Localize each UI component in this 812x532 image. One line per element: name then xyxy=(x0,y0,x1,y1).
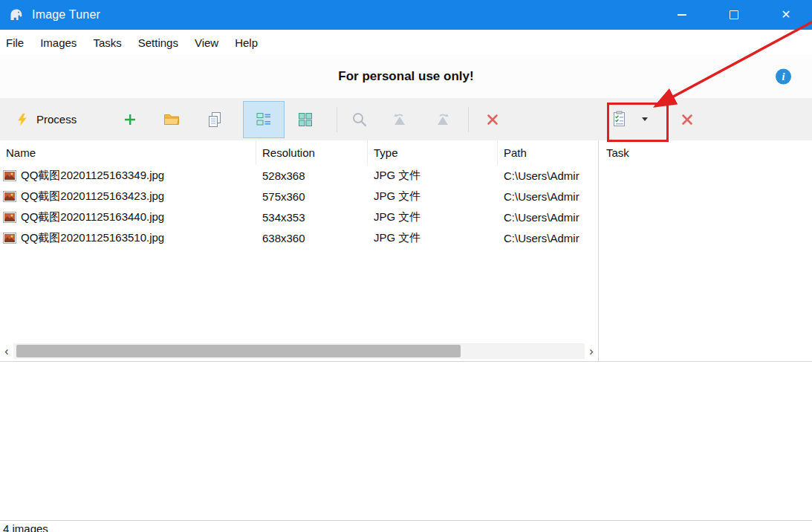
file-name-cell: QQ截图20201125163510.jpg xyxy=(0,231,256,245)
rotate-right-icon xyxy=(435,112,451,127)
menu-file[interactable]: File xyxy=(0,30,32,55)
app-elephant-icon xyxy=(7,6,25,24)
image-count-status: 4 images xyxy=(3,522,48,532)
file-row[interactable]: QQ截图20201125163440.jpg 534x353 JPG 文件 C:… xyxy=(0,207,598,227)
remove-task-button[interactable] xyxy=(671,103,704,137)
thumbnails-view-icon xyxy=(297,111,314,128)
preview-button[interactable] xyxy=(343,103,376,137)
file-name-cell: QQ截图20201125163440.jpg xyxy=(0,210,256,224)
minimize-button[interactable] xyxy=(656,0,708,30)
file-path: C:\Users\Admir xyxy=(498,190,598,203)
scrollbar-track[interactable] xyxy=(13,343,585,359)
menu-tasks[interactable]: Tasks xyxy=(85,30,129,55)
file-type: JPG 文件 xyxy=(368,210,498,224)
image-thumbnail-icon xyxy=(3,170,16,181)
add-task-button[interactable] xyxy=(602,103,635,137)
details-view-button[interactable] xyxy=(243,101,285,138)
file-row[interactable]: QQ截图20201125163510.jpg 638x360 JPG 文件 C:… xyxy=(0,227,598,248)
file-name: QQ截图20201125163510.jpg xyxy=(21,231,164,245)
scroll-right-button[interactable]: › xyxy=(585,343,598,359)
file-name: QQ截图20201125163423.jpg xyxy=(21,189,164,204)
image-thumbnail-icon xyxy=(3,191,16,202)
remove-images-button[interactable] xyxy=(476,103,509,137)
file-list-header: Name Resolution Type Path xyxy=(0,140,598,165)
menu-help[interactable]: Help xyxy=(227,30,266,55)
license-banner-text: For personal use only! xyxy=(338,69,473,84)
toolbar-separator xyxy=(337,107,337,132)
license-banner: For personal use only! i xyxy=(0,55,812,98)
column-header-name[interactable]: Name xyxy=(0,140,256,165)
file-name-cell: QQ截图20201125163423.jpg xyxy=(0,189,256,204)
close-button[interactable]: ✕ xyxy=(760,0,812,30)
rotate-left-icon xyxy=(392,112,408,127)
menu-view[interactable]: View xyxy=(186,30,227,55)
file-type: JPG 文件 xyxy=(368,189,498,204)
copy-icon xyxy=(207,111,222,128)
minimize-icon xyxy=(678,14,686,16)
horizontal-scrollbar: ‹ › xyxy=(0,343,598,359)
info-icon[interactable]: i xyxy=(776,69,791,85)
file-name: QQ截图20201125163440.jpg xyxy=(21,210,164,224)
file-path: C:\Users\Admir xyxy=(498,232,598,244)
process-button-label: Process xyxy=(36,113,77,126)
statusbar: 4 images xyxy=(0,520,812,532)
column-header-type[interactable]: Type xyxy=(368,140,498,165)
file-path: C:\Users\Admir xyxy=(498,169,598,182)
task-panel: Task xyxy=(599,140,812,361)
menu-settings[interactable]: Settings xyxy=(130,30,186,55)
file-path: C:\Users\Admir xyxy=(498,211,598,224)
window-controls: ✕ xyxy=(656,0,812,30)
maximize-button[interactable] xyxy=(708,0,760,30)
process-button[interactable]: Process xyxy=(6,103,88,137)
menubar: File Images Tasks Settings View Help xyxy=(0,30,812,55)
details-view-icon xyxy=(256,111,272,128)
toolbar-separator xyxy=(468,107,469,132)
file-row[interactable]: QQ截图20201125163349.jpg 528x368 JPG 文件 C:… xyxy=(0,165,598,186)
paste-copy-button[interactable] xyxy=(198,103,231,137)
file-resolution: 528x368 xyxy=(256,169,368,182)
menu-images[interactable]: Images xyxy=(32,30,85,55)
add-images-button[interactable] xyxy=(114,103,146,137)
scroll-left-button[interactable]: ‹ xyxy=(0,343,13,359)
file-row[interactable]: QQ截图20201125163423.jpg 575x360 JPG 文件 C:… xyxy=(0,186,598,207)
main-area: Name Resolution Type Path QQ截图2020112516… xyxy=(0,140,812,362)
rotate-right-button[interactable] xyxy=(426,103,459,137)
maximize-icon xyxy=(730,10,738,19)
lightning-icon xyxy=(15,112,30,127)
close-icon: ✕ xyxy=(781,9,790,21)
delete-x-icon xyxy=(485,112,500,127)
add-folder-button[interactable] xyxy=(155,103,188,137)
column-header-resolution[interactable]: Resolution xyxy=(256,140,368,165)
file-resolution: 534x353 xyxy=(256,211,368,224)
file-name: QQ截图20201125163349.jpg xyxy=(21,169,164,183)
titlebar: Image Tuner ✕ xyxy=(0,0,812,30)
folder-icon xyxy=(163,112,180,127)
rotate-left-button[interactable] xyxy=(383,103,416,137)
scrollbar-thumb[interactable] xyxy=(16,345,461,357)
task-button-group xyxy=(602,103,655,137)
file-type: JPG 文件 xyxy=(368,169,498,183)
file-name-cell: QQ截图20201125163349.jpg xyxy=(0,169,256,183)
task-list-icon xyxy=(611,111,627,129)
view-toggle-group xyxy=(243,101,326,138)
file-resolution: 638x360 xyxy=(256,232,368,244)
file-type: JPG 文件 xyxy=(368,231,498,245)
task-panel-header: Task xyxy=(599,140,812,159)
toolbar: Process xyxy=(0,98,812,140)
column-header-path[interactable]: Path xyxy=(498,140,598,165)
delete-x-icon xyxy=(680,112,695,127)
file-resolution: 575x360 xyxy=(256,190,368,203)
thumbnails-view-button[interactable] xyxy=(285,101,326,138)
magnifier-icon xyxy=(351,111,368,128)
file-list-panel: Name Resolution Type Path QQ截图2020112516… xyxy=(0,140,599,361)
task-dropdown-button[interactable] xyxy=(635,103,655,137)
plus-icon xyxy=(123,112,137,127)
window-title: Image Tuner xyxy=(32,8,100,22)
image-thumbnail-icon xyxy=(3,233,16,244)
image-thumbnail-icon xyxy=(3,212,16,223)
chevron-down-icon xyxy=(642,117,648,121)
